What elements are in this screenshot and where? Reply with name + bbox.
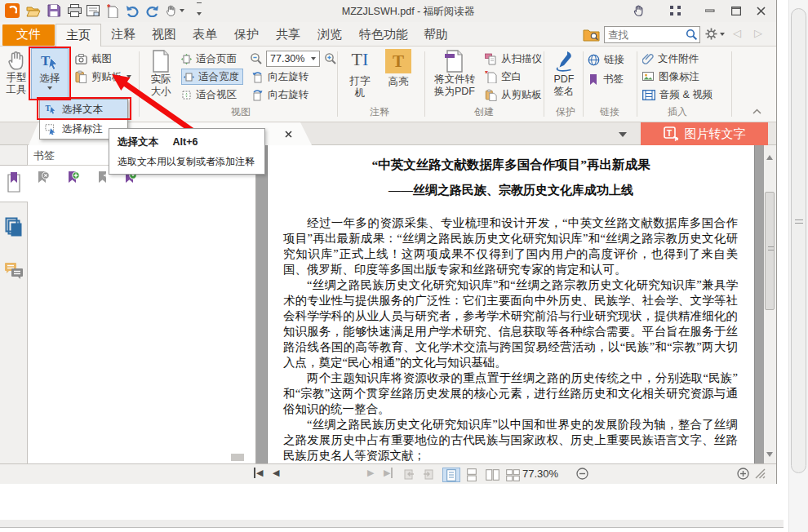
actual-size-button[interactable]: 实际大小 (144, 49, 178, 98)
print-icon[interactable] (65, 2, 83, 19)
document-note-icon[interactable] (84, 2, 102, 19)
find-prev-icon[interactable]: ◁ (733, 27, 741, 39)
previous-page-button[interactable]: ◀ (273, 468, 279, 478)
facing-view-button[interactable] (483, 468, 501, 482)
qat-more-icon[interactable] (190, 2, 208, 19)
menu-item-select-text[interactable]: T 选择文本 (40, 100, 127, 119)
tab-view[interactable]: 视图 (142, 24, 186, 47)
document-title: “中英文丝路文献数据库多国合作项目”再出新成果 (268, 157, 754, 174)
pdf-page[interactable]: “中英文丝路文献数据库多国合作项目”再出新成果 ——丝绸之路民族、宗教历史文化库… (267, 145, 755, 463)
document-scrollbar-thumb[interactable] (765, 192, 775, 310)
rotate-right-button[interactable]: 向右旋转 (251, 86, 309, 103)
typewriter-button[interactable]: TI 打字机 (343, 49, 377, 100)
single-page-view-button[interactable] (442, 468, 460, 482)
new-document-icon[interactable]: * (104, 2, 122, 19)
redo-icon[interactable] (143, 2, 161, 19)
page-scrollbar-thumb[interactable] (791, 8, 806, 473)
page-horizontal-bar[interactable] (0, 520, 784, 528)
close-button[interactable] (751, 3, 770, 18)
file-attachment-button[interactable]: 文件附件 (642, 51, 699, 67)
continuous-view-button[interactable] (463, 468, 481, 482)
snapshot-button[interactable]: 截图 (75, 51, 112, 67)
from-scanner-button[interactable]: 从扫描仪 (485, 51, 542, 67)
last-page-button[interactable]: ▶ (384, 468, 393, 478)
next-view-icon[interactable] (421, 468, 434, 481)
delete-bookmark-icon[interactable] (35, 171, 51, 186)
zoom-out-icon[interactable] (250, 52, 263, 65)
find-settings[interactable] (705, 28, 725, 40)
clipboard-icon (75, 70, 87, 83)
tab-comment[interactable]: 注释 (101, 24, 145, 47)
scroll-up-icon[interactable] (766, 149, 773, 163)
fit-page-button[interactable]: 适合页面 (181, 51, 237, 67)
pdf-sign-button[interactable]: PDF签名 (547, 49, 581, 98)
find-input[interactable] (605, 29, 686, 41)
select-tool-button[interactable]: T 选择 (31, 48, 69, 100)
convert-to-pdf-button[interactable]: 将文件转换为PDF (429, 49, 480, 98)
find-magnifier-icon[interactable] (686, 29, 698, 41)
tooltip-shortcut: Alt+6 (172, 136, 198, 148)
panel-scrollbar-thumb[interactable] (231, 454, 244, 461)
tab-form[interactable]: 表单 (183, 24, 227, 47)
fit-visible-button[interactable]: 适合视区 (181, 86, 237, 103)
foxit-logo-icon[interactable] (3, 2, 21, 19)
maximize-button[interactable] (726, 3, 746, 18)
tab-share[interactable]: 共享 (266, 24, 310, 47)
previous-view-icon[interactable] (403, 468, 416, 481)
zoom-combo[interactable]: 77.30% (266, 51, 320, 67)
share-hand-icon[interactable] (628, 3, 648, 18)
blank-page-button[interactable]: * 空白 (485, 69, 522, 85)
search-in-folder-icon[interactable] (583, 27, 600, 42)
bookmark-panel-icon[interactable] (6, 171, 22, 193)
tab-browse[interactable]: 浏览 (308, 24, 352, 47)
tab-protect[interactable]: 保护 (224, 24, 269, 47)
tab-file[interactable]: 文件 (2, 24, 55, 46)
layers-panel-icon[interactable] (5, 217, 24, 237)
status-zoom-out-icon[interactable] (576, 468, 588, 480)
comments-panel-icon[interactable] (4, 261, 24, 281)
status-zoom-value: 77.30% (522, 468, 558, 480)
tab-features[interactable]: 特色功能 (349, 24, 418, 47)
document-scrollbar[interactable] (764, 145, 776, 463)
audio-video-button[interactable]: 音频 & 视频 (642, 86, 713, 103)
image-to-text-button[interactable]: TT 图片转文字 (641, 122, 768, 145)
svg-text:T: T (673, 135, 677, 142)
clipboard-button[interactable]: 剪贴板 (75, 69, 131, 85)
highlight-button[interactable]: T 高亮 (382, 49, 415, 88)
gear-caret-icon[interactable] (720, 33, 725, 36)
document-canvas: “中英文丝路文献数据库多国合作项目”再出新成果 ——丝绸之路民族、宗教历史文化库… (256, 145, 764, 463)
save-icon[interactable] (45, 2, 63, 19)
undo-icon[interactable] (123, 2, 141, 19)
hand-pointer-icon[interactable] (162, 2, 187, 19)
typewriter-icon: TI (352, 49, 369, 75)
status-zoom-in-icon[interactable] (737, 468, 749, 480)
tab-help[interactable]: 帮助 (414, 24, 458, 47)
rotate-right-label: 向右旋转 (268, 88, 309, 102)
arrange-windows-icon[interactable] (665, 3, 685, 18)
add-bookmark-icon[interactable] (65, 171, 81, 186)
resize-grip-icon[interactable] (754, 468, 766, 479)
from-clipboard-button[interactable]: 从剪贴板 (485, 86, 542, 103)
fit-width-button[interactable]: 适合宽度 (181, 69, 243, 85)
page-scrollbar[interactable] (788, 0, 808, 532)
find-next-icon[interactable]: ▷ (754, 27, 762, 39)
tab-home[interactable]: 主页 (55, 24, 101, 47)
foxit-reader-window: * MZZJLSWH.pdf - 福昕阅读器 (0, 0, 777, 484)
tab-list-caret-icon[interactable] (619, 132, 627, 137)
zoom-in-icon[interactable] (324, 52, 337, 65)
open-folder-icon[interactable] (24, 2, 42, 19)
image-annotation-button[interactable]: 图像标注 (642, 69, 699, 85)
collapse-ribbon-icon[interactable] (753, 109, 761, 114)
select-text-tooltip: 选择文本 Alt+6 选取文本用以复制或者添加注释 (109, 128, 265, 175)
link-button[interactable]: 链接 (588, 51, 624, 68)
next-page-button[interactable]: ▶ (367, 468, 374, 478)
minimize-button[interactable] (700, 3, 720, 18)
hand-tool-button[interactable]: 手型工具 (2, 49, 30, 96)
bookmark-button[interactable]: 书签 (588, 71, 624, 87)
rotate-left-button[interactable]: 向左旋转 (251, 69, 309, 85)
continuous-facing-view-button[interactable] (504, 468, 522, 482)
gear-icon[interactable] (705, 28, 717, 40)
tab-close-icon[interactable] (285, 131, 292, 138)
scroll-down-icon[interactable] (766, 446, 773, 460)
first-page-button[interactable]: ◀ (254, 468, 263, 478)
